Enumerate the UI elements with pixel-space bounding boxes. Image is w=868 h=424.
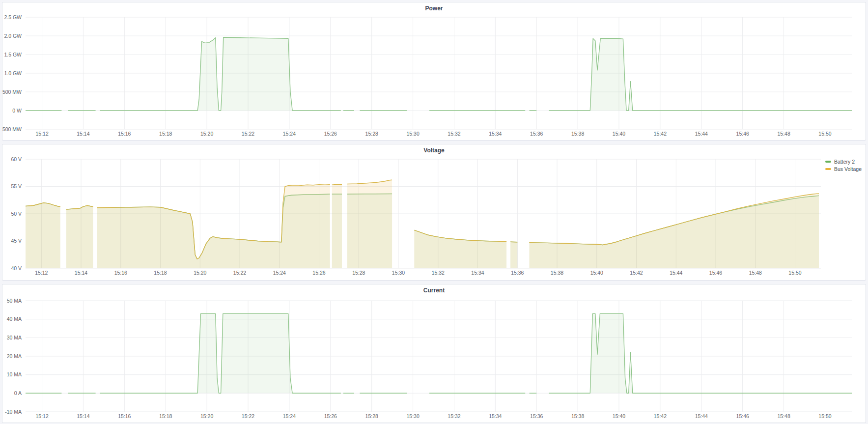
svg-text:15:38: 15:38: [571, 413, 584, 419]
svg-text:15:40: 15:40: [613, 413, 625, 419]
panel-title-current[interactable]: Current: [2, 284, 866, 296]
svg-text:15:48: 15:48: [777, 131, 790, 137]
svg-text:15:20: 15:20: [200, 413, 213, 419]
voltage-legend: Battery 2 Bus Voltage: [825, 159, 862, 171]
svg-text:15:18: 15:18: [159, 131, 172, 137]
svg-text:15:50: 15:50: [818, 413, 831, 419]
svg-text:15:46: 15:46: [736, 131, 749, 137]
svg-text:15:22: 15:22: [242, 413, 254, 419]
svg-text:50 V: 50 V: [11, 211, 22, 217]
power-chart-area: 15:1215:1415:1615:1815:2015:2215:2415:26…: [2, 14, 866, 140]
svg-text:10 MA: 10 MA: [7, 371, 22, 377]
svg-text:15:22: 15:22: [242, 131, 254, 137]
svg-text:0 A: 0 A: [14, 390, 22, 396]
svg-text:15:28: 15:28: [352, 270, 365, 276]
svg-text:1.0 GW: 1.0 GW: [4, 70, 22, 76]
svg-text:15:40: 15:40: [590, 270, 603, 276]
svg-text:15:48: 15:48: [749, 270, 762, 276]
svg-text:15:34: 15:34: [489, 413, 502, 419]
svg-text:15:36: 15:36: [530, 131, 543, 137]
svg-text:15:14: 15:14: [77, 131, 89, 137]
svg-text:15:44: 15:44: [670, 270, 682, 276]
panel-current: Current 15:1215:1415:1615:1815:2015:2215…: [2, 284, 866, 423]
svg-text:15:34: 15:34: [489, 131, 502, 137]
svg-text:30 MA: 30 MA: [7, 335, 22, 340]
svg-text:15:40: 15:40: [613, 131, 625, 137]
battery-2-series-swatch: [825, 161, 831, 163]
legend-item-bus-voltage[interactable]: Bus Voltage: [825, 167, 862, 172]
svg-text:15:36: 15:36: [530, 413, 543, 419]
svg-text:15:38: 15:38: [551, 270, 563, 276]
svg-text:15:14: 15:14: [75, 270, 87, 276]
svg-text:55 V: 55 V: [11, 183, 22, 189]
svg-text:15:32: 15:32: [448, 131, 460, 137]
svg-text:500 MW: 500 MW: [2, 89, 22, 95]
svg-text:2.0 GW: 2.0 GW: [4, 33, 22, 39]
voltage-chart-area: 15:1215:1415:1615:1815:2015:2215:2415:26…: [2, 156, 866, 280]
svg-text:40 MA: 40 MA: [7, 316, 22, 322]
svg-text:15:18: 15:18: [154, 270, 167, 276]
svg-text:15:42: 15:42: [654, 131, 667, 137]
svg-text:15:44: 15:44: [695, 413, 708, 419]
svg-text:15:26: 15:26: [324, 131, 337, 137]
svg-text:15:50: 15:50: [788, 270, 801, 276]
svg-text:15:46: 15:46: [709, 270, 722, 276]
svg-text:15:30: 15:30: [406, 131, 419, 137]
svg-text:15:12: 15:12: [35, 413, 48, 419]
power-chart-canvas[interactable]: 15:1215:1415:1615:1815:2015:2215:2415:26…: [2, 14, 866, 140]
svg-text:60 V: 60 V: [11, 156, 22, 162]
svg-text:15:22: 15:22: [233, 270, 246, 276]
svg-text:15:38: 15:38: [571, 131, 584, 137]
svg-text:15:16: 15:16: [118, 413, 131, 419]
panel-title-power[interactable]: Power: [2, 2, 866, 14]
svg-text:15:16: 15:16: [118, 131, 131, 137]
legend-label-bus-voltage: Bus Voltage: [834, 167, 862, 172]
svg-text:15:26: 15:26: [312, 270, 325, 276]
current-chart-canvas[interactable]: 15:1215:1415:1615:1815:2015:2215:2415:26…: [2, 296, 866, 423]
svg-text:15:46: 15:46: [736, 413, 749, 419]
svg-text:0 W: 0 W: [12, 108, 22, 113]
svg-text:15:28: 15:28: [365, 413, 378, 419]
svg-text:15:20: 15:20: [194, 270, 206, 276]
svg-text:-10 MA: -10 MA: [5, 409, 22, 415]
svg-text:15:34: 15:34: [471, 270, 484, 276]
legend-label-battery-2: Battery 2: [834, 159, 855, 165]
panel-title-voltage[interactable]: Voltage: [2, 144, 866, 156]
svg-text:15:44: 15:44: [695, 131, 708, 137]
svg-text:15:32: 15:32: [448, 413, 460, 419]
svg-text:-500 MW: -500 MW: [2, 126, 22, 132]
svg-text:20 MA: 20 MA: [7, 353, 22, 359]
svg-text:15:24: 15:24: [283, 413, 296, 419]
svg-text:15:24: 15:24: [273, 270, 286, 276]
svg-text:2.5 GW: 2.5 GW: [4, 14, 22, 20]
svg-text:15:42: 15:42: [654, 413, 667, 419]
svg-text:15:30: 15:30: [406, 413, 419, 419]
svg-text:15:24: 15:24: [283, 131, 296, 137]
svg-text:15:12: 15:12: [35, 131, 48, 137]
svg-text:15:16: 15:16: [114, 270, 127, 276]
svg-text:40 V: 40 V: [11, 265, 22, 271]
svg-text:45 V: 45 V: [11, 238, 22, 244]
svg-text:1.5 GW: 1.5 GW: [4, 52, 22, 57]
panel-voltage: Voltage 15:1215:1415:1615:1815:2015:2215…: [2, 144, 866, 281]
voltage-chart-canvas[interactable]: 15:1215:1415:1615:1815:2015:2215:2415:26…: [2, 156, 866, 280]
dashboard: Power 15:1215:1415:1615:1815:2015:2215:2…: [0, 0, 868, 423]
svg-text:15:18: 15:18: [159, 413, 172, 419]
svg-text:15:14: 15:14: [77, 413, 89, 419]
svg-text:15:36: 15:36: [511, 270, 524, 276]
bus-voltage-series-swatch: [825, 168, 831, 170]
svg-text:15:26: 15:26: [324, 413, 337, 419]
svg-text:15:32: 15:32: [432, 270, 445, 276]
svg-text:15:48: 15:48: [777, 413, 790, 419]
panel-power: Power 15:1215:1415:1615:1815:2015:2215:2…: [2, 2, 866, 141]
svg-text:15:30: 15:30: [392, 270, 405, 276]
legend-item-battery-2[interactable]: Battery 2: [825, 159, 862, 165]
svg-text:15:28: 15:28: [365, 131, 378, 137]
svg-text:15:20: 15:20: [200, 131, 213, 137]
current-chart-area: 15:1215:1415:1615:1815:2015:2215:2415:26…: [2, 296, 866, 423]
svg-text:50 MA: 50 MA: [7, 298, 22, 304]
svg-text:15:42: 15:42: [630, 270, 643, 276]
svg-text:15:50: 15:50: [818, 131, 831, 137]
svg-text:15:12: 15:12: [35, 270, 48, 276]
